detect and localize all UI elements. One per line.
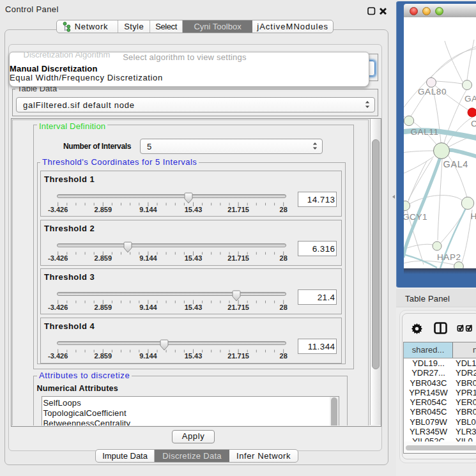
svg-text:GCY1: GCY1 — [404, 212, 427, 222]
svg-text:HI: HI — [471, 211, 476, 221]
svg-text:GA: GA — [464, 94, 476, 104]
svg-text:C: C — [471, 119, 476, 128]
svg-text:GAL11: GAL11 — [411, 127, 439, 137]
svg-text:HAP2: HAP2 — [437, 252, 461, 262]
svg-text:GAL80: GAL80 — [418, 87, 447, 96]
svg-text:GAL4: GAL4 — [443, 159, 468, 169]
